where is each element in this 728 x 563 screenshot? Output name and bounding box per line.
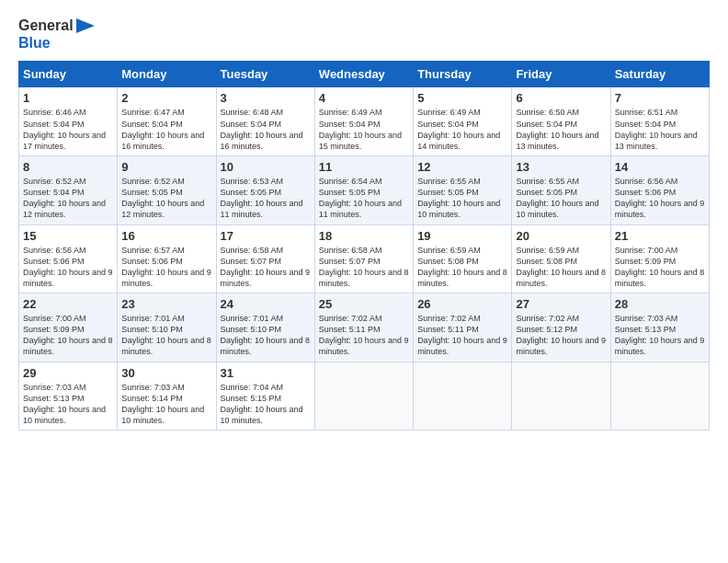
day-number: 31 [221,366,311,380]
calendar-cell: 21 Sunrise: 7:00 AM Sunset: 5:09 PM Dayl… [610,224,709,293]
day-info: Sunrise: 6:59 AM Sunset: 5:08 PM Dayligh… [516,245,606,290]
day-info: Sunrise: 6:56 AM Sunset: 5:06 PM Dayligh… [615,176,705,221]
header-monday: Monday [118,62,216,87]
calendar-cell: 9 Sunrise: 6:52 AM Sunset: 5:05 PM Dayli… [118,155,216,224]
day-info: Sunrise: 7:00 AM Sunset: 5:09 PM Dayligh… [23,313,113,358]
day-number: 20 [516,229,606,243]
calendar-cell: 6 Sunrise: 6:50 AM Sunset: 5:04 PM Dayli… [512,87,610,156]
week-row-3: 15 Sunrise: 6:56 AM Sunset: 5:06 PM Dayl… [19,224,710,293]
day-number: 13 [516,160,606,174]
calendar-cell: 31 Sunrise: 7:04 AM Sunset: 5:15 PM Dayl… [216,362,314,431]
day-number: 10 [221,160,311,174]
day-info: Sunrise: 6:55 AM Sunset: 5:05 PM Dayligh… [516,176,606,221]
day-number: 9 [121,160,211,174]
day-number: 3 [221,91,311,105]
header-tuesday: Tuesday [216,62,314,87]
day-info: Sunrise: 7:02 AM Sunset: 5:11 PM Dayligh… [417,313,507,358]
header-thursday: Thursday [414,62,512,87]
day-info: Sunrise: 7:04 AM Sunset: 5:15 PM Dayligh… [221,382,311,427]
day-info: Sunrise: 6:54 AM Sunset: 5:05 PM Dayligh… [319,176,409,221]
day-number: 24 [221,297,311,311]
day-number: 30 [121,366,211,380]
calendar-cell: 17 Sunrise: 6:58 AM Sunset: 5:07 PM Dayl… [216,224,314,293]
calendar-cell: 22 Sunrise: 7:00 AM Sunset: 5:09 PM Dayl… [19,293,118,362]
day-info: Sunrise: 6:57 AM Sunset: 5:06 PM Dayligh… [121,245,211,290]
calendar-cell: 5 Sunrise: 6:49 AM Sunset: 5:04 PM Dayli… [414,87,512,156]
day-number: 17 [221,229,311,243]
day-number: 8 [23,160,113,174]
day-number: 25 [319,297,409,311]
calendar-cell: 30 Sunrise: 7:03 AM Sunset: 5:14 PM Dayl… [118,362,216,431]
header-row: SundayMondayTuesdayWednesdayThursdayFrid… [19,62,710,87]
calendar-header: SundayMondayTuesdayWednesdayThursdayFrid… [19,62,710,87]
week-row-1: 1 Sunrise: 6:46 AM Sunset: 5:04 PM Dayli… [19,87,710,156]
day-info: Sunrise: 6:47 AM Sunset: 5:04 PM Dayligh… [121,107,211,152]
day-number: 26 [417,297,507,311]
header-wednesday: Wednesday [314,62,413,87]
calendar-cell: 28 Sunrise: 7:03 AM Sunset: 5:13 PM Dayl… [610,293,709,362]
week-row-2: 8 Sunrise: 6:52 AM Sunset: 5:04 PM Dayli… [19,155,710,224]
week-row-5: 29 Sunrise: 7:03 AM Sunset: 5:13 PM Dayl… [19,362,710,431]
day-info: Sunrise: 6:55 AM Sunset: 5:05 PM Dayligh… [417,176,507,221]
day-info: Sunrise: 6:52 AM Sunset: 5:04 PM Dayligh… [23,176,113,221]
logo: General Blue [18,17,95,52]
day-info: Sunrise: 7:00 AM Sunset: 5:09 PM Dayligh… [615,245,705,290]
day-info: Sunrise: 6:46 AM Sunset: 5:04 PM Dayligh… [23,107,113,152]
calendar-cell: 26 Sunrise: 7:02 AM Sunset: 5:11 PM Dayl… [414,293,512,362]
day-info: Sunrise: 6:49 AM Sunset: 5:04 PM Dayligh… [319,107,409,152]
day-number: 16 [121,229,211,243]
calendar-cell: 10 Sunrise: 6:53 AM Sunset: 5:05 PM Dayl… [216,155,314,224]
svg-marker-0 [76,18,95,33]
day-number: 27 [516,297,606,311]
header-saturday: Saturday [610,62,709,87]
day-number: 18 [319,229,409,243]
calendar-cell: 14 Sunrise: 6:56 AM Sunset: 5:06 PM Dayl… [610,155,709,224]
calendar-container: General Blue SundayMondayTuesdayWednesda… [0,0,728,563]
day-info: Sunrise: 6:56 AM Sunset: 5:06 PM Dayligh… [23,245,113,290]
day-info: Sunrise: 6:52 AM Sunset: 5:05 PM Dayligh… [121,176,211,221]
calendar-cell: 7 Sunrise: 6:51 AM Sunset: 5:04 PM Dayli… [610,87,709,156]
calendar-cell: 13 Sunrise: 6:55 AM Sunset: 5:05 PM Dayl… [512,155,610,224]
calendar-cell: 18 Sunrise: 6:58 AM Sunset: 5:07 PM Dayl… [314,224,413,293]
day-info: Sunrise: 7:01 AM Sunset: 5:10 PM Dayligh… [121,313,211,358]
day-number: 23 [121,297,211,311]
day-number: 2 [121,91,211,105]
logo-text: General Blue [18,17,95,52]
day-info: Sunrise: 6:49 AM Sunset: 5:04 PM Dayligh… [417,107,507,152]
calendar-cell: 1 Sunrise: 6:46 AM Sunset: 5:04 PM Dayli… [19,87,118,156]
day-number: 28 [615,297,705,311]
calendar-cell: 27 Sunrise: 7:02 AM Sunset: 5:12 PM Dayl… [512,293,610,362]
day-info: Sunrise: 7:02 AM Sunset: 5:11 PM Dayligh… [319,313,409,358]
calendar-cell: 4 Sunrise: 6:49 AM Sunset: 5:04 PM Dayli… [314,87,413,156]
day-info: Sunrise: 6:51 AM Sunset: 5:04 PM Dayligh… [615,107,705,152]
header-friday: Friday [512,62,610,87]
day-info: Sunrise: 6:53 AM Sunset: 5:05 PM Dayligh… [221,176,311,221]
day-number: 15 [23,229,113,243]
calendar-table: SundayMondayTuesdayWednesdayThursdayFrid… [18,61,710,431]
header-sunday: Sunday [19,62,118,87]
header: General Blue [18,17,710,52]
calendar-cell: 11 Sunrise: 6:54 AM Sunset: 5:05 PM Dayl… [314,155,413,224]
day-info: Sunrise: 7:03 AM Sunset: 5:13 PM Dayligh… [615,313,705,358]
calendar-cell: 12 Sunrise: 6:55 AM Sunset: 5:05 PM Dayl… [414,155,512,224]
calendar-cell [512,362,610,431]
day-number: 7 [615,91,705,105]
calendar-cell: 15 Sunrise: 6:56 AM Sunset: 5:06 PM Dayl… [19,224,118,293]
day-number: 4 [319,91,409,105]
day-info: Sunrise: 7:03 AM Sunset: 5:14 PM Dayligh… [121,382,211,427]
day-number: 22 [23,297,113,311]
calendar-cell [314,362,413,431]
calendar-body: 1 Sunrise: 6:46 AM Sunset: 5:04 PM Dayli… [19,87,710,431]
calendar-cell [414,362,512,431]
day-number: 11 [319,160,409,174]
day-number: 5 [417,91,507,105]
day-number: 1 [23,91,113,105]
calendar-cell: 19 Sunrise: 6:59 AM Sunset: 5:08 PM Dayl… [414,224,512,293]
calendar-cell: 2 Sunrise: 6:47 AM Sunset: 5:04 PM Dayli… [118,87,216,156]
day-number: 19 [417,229,507,243]
calendar-cell [610,362,709,431]
calendar-cell: 23 Sunrise: 7:01 AM Sunset: 5:10 PM Dayl… [118,293,216,362]
day-number: 21 [615,229,705,243]
day-info: Sunrise: 6:50 AM Sunset: 5:04 PM Dayligh… [516,107,606,152]
calendar-cell: 16 Sunrise: 6:57 AM Sunset: 5:06 PM Dayl… [118,224,216,293]
